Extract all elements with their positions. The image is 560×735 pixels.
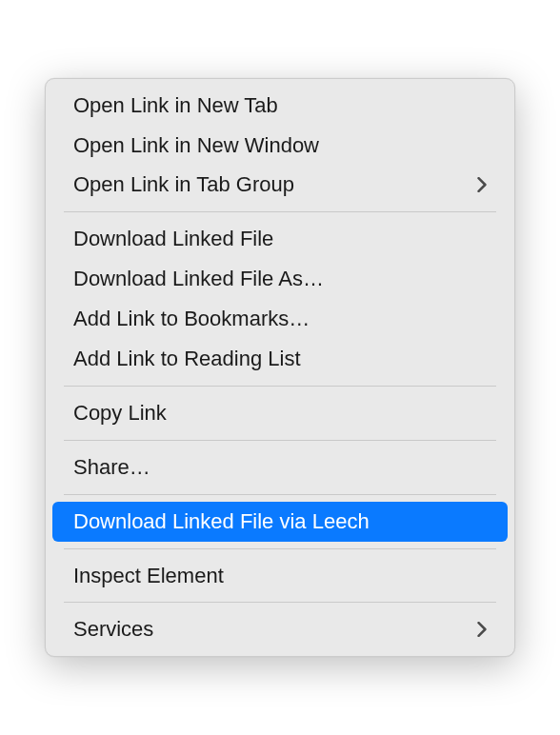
menu-item-download-linked-file[interactable]: Download Linked File — [52, 219, 508, 259]
menu-item-label: Open Link in Tab Group — [73, 169, 294, 200]
menu-item-inspect-element[interactable]: Inspect Element — [52, 556, 508, 596]
menu-item-label: Open Link in New Window — [73, 130, 319, 161]
context-menu: Open Link in New Tab Open Link in New Wi… — [45, 78, 515, 658]
menu-separator — [64, 211, 496, 212]
menu-item-add-link-reading-list[interactable]: Add Link to Reading List — [52, 339, 508, 379]
menu-item-label: Copy Link — [73, 398, 167, 428]
menu-separator — [64, 602, 496, 603]
menu-item-share[interactable]: Share… — [52, 447, 508, 487]
menu-item-download-linked-file-via-leech[interactable]: Download Linked File via Leech — [52, 502, 508, 542]
menu-item-label: Add Link to Reading List — [73, 344, 301, 374]
chevron-right-icon — [477, 177, 487, 192]
menu-item-label: Add Link to Bookmarks… — [73, 304, 310, 334]
menu-item-label: Share… — [73, 452, 150, 483]
menu-item-label: Download Linked File As… — [73, 264, 324, 294]
menu-item-label: Open Link in New Tab — [73, 90, 278, 121]
menu-separator — [64, 548, 496, 549]
menu-item-download-linked-file-as[interactable]: Download Linked File As… — [52, 259, 508, 299]
menu-item-copy-link[interactable]: Copy Link — [52, 393, 508, 433]
menu-separator — [64, 440, 496, 441]
menu-item-label: Download Linked File via Leech — [73, 507, 370, 537]
menu-item-label: Inspect Element — [73, 561, 224, 591]
menu-separator — [64, 494, 496, 495]
menu-item-add-link-bookmarks[interactable]: Add Link to Bookmarks… — [52, 299, 508, 339]
chevron-right-icon — [477, 622, 487, 637]
menu-item-services[interactable]: Services — [52, 609, 508, 649]
menu-item-label: Services — [73, 614, 153, 645]
menu-item-label: Download Linked File — [73, 224, 273, 254]
menu-separator — [64, 386, 496, 387]
menu-item-open-link-tab-group[interactable]: Open Link in Tab Group — [52, 165, 508, 205]
menu-item-open-link-new-tab[interactable]: Open Link in New Tab — [52, 86, 508, 126]
menu-item-open-link-new-window[interactable]: Open Link in New Window — [52, 126, 508, 166]
